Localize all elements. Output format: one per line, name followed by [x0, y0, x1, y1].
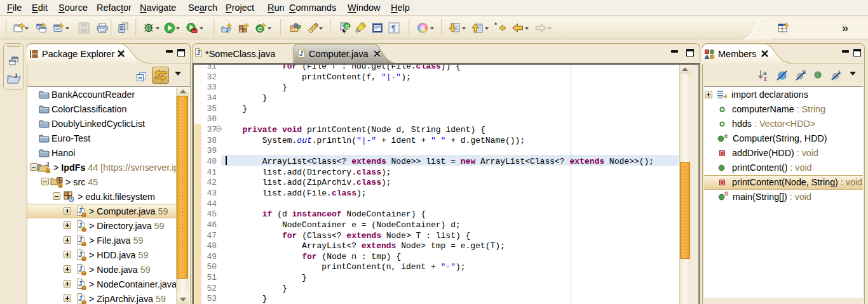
svg-text:J: J — [78, 294, 82, 301]
svg-text:J: J — [78, 235, 82, 243]
svg-text:¶: ¶ — [391, 24, 396, 33]
svg-text:J: J — [78, 250, 82, 258]
svg-text:J: J — [226, 27, 229, 33]
svg-text:z: z — [764, 75, 767, 81]
svg-text:J: J — [78, 206, 82, 214]
svg-text:G: G — [345, 23, 349, 30]
svg-text:J: J — [299, 50, 303, 57]
svg-text:J: J — [78, 221, 82, 228]
svg-text:J: J — [78, 279, 82, 287]
svg-text:J: J — [78, 265, 82, 272]
svg-text:*: * — [494, 22, 498, 29]
svg-text:C: C — [258, 25, 262, 32]
svg-text:J: J — [14, 72, 18, 79]
svg-text:J: J — [196, 50, 200, 56]
svg-text:J: J — [46, 161, 49, 167]
